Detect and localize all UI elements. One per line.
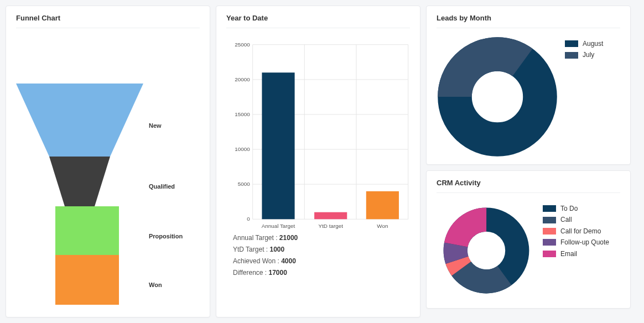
bar-annual-target <box>262 72 294 219</box>
leads-legend: August July <box>565 36 603 61</box>
svg-text:Annual Target: Annual Target <box>262 223 295 229</box>
crm-title: CRM Activity <box>437 179 620 193</box>
svg-text:15000: 15000 <box>235 111 250 117</box>
leads-donut-svg <box>437 36 558 158</box>
svg-text:10000: 10000 <box>235 146 250 152</box>
funnel-svg <box>16 34 143 305</box>
leads-card: Leads by Month August <box>426 6 631 165</box>
funnel-chart: New Qualified Proposition Won <box>16 34 200 299</box>
ytd-title: Year to Date <box>226 14 410 28</box>
leads-title: Leads by Month <box>437 14 620 28</box>
legend-followup: Follow-up Quote <box>543 237 609 248</box>
crm-legend: To Do Call Call for Demo Follow-up Quote <box>543 201 609 259</box>
funnel-segment-new <box>16 84 143 157</box>
funnel-card: Funnel Chart New Qualified Proposition W… <box>6 6 210 317</box>
swatch-followup-icon <box>543 239 556 246</box>
legend-call: Call <box>543 214 609 225</box>
funnel-segment-qualified <box>49 157 110 206</box>
funnel-label-won: Won <box>149 282 162 288</box>
svg-text:Won: Won <box>377 223 388 229</box>
swatch-call-icon <box>543 217 556 223</box>
stat-difference: Difference : 17000 <box>233 267 410 279</box>
legend-july: July <box>565 49 603 60</box>
stat-ytd-target: YtD Target : 1000 <box>233 244 410 256</box>
ytd-stats: Annual Target : 21000 YtD Target : 1000 … <box>226 230 410 279</box>
svg-text:YtD target: YtD target <box>318 223 343 229</box>
svg-text:25000: 25000 <box>235 41 250 48</box>
swatch-august-icon <box>565 40 578 47</box>
legend-demo: Call for Demo <box>543 226 609 237</box>
swatch-email-icon <box>543 251 556 257</box>
svg-text:5000: 5000 <box>238 181 250 187</box>
bar-won <box>366 191 399 219</box>
swatch-demo-icon <box>543 228 556 235</box>
ytd-bar-chart: 0 5000 10000 15000 20000 25000 <box>226 34 410 230</box>
funnel-label-proposition: Proposition <box>149 233 183 239</box>
funnel-segment-won <box>55 255 119 305</box>
funnel-label-qualified: Qualified <box>149 183 175 190</box>
stat-annual-target: Annual Target : 21000 <box>233 232 410 244</box>
crm-donut-chart: To Do Call Call for Demo Follow-up Quote <box>437 199 620 300</box>
funnel-label-new: New <box>149 122 162 129</box>
swatch-july-icon <box>565 52 578 59</box>
legend-email: Email <box>543 248 609 259</box>
ytd-bar-svg: 0 5000 10000 15000 20000 25000 <box>226 34 410 230</box>
leads-donut-chart: August July <box>437 34 620 158</box>
ytd-card: Year to Date <box>216 6 420 317</box>
legend-august: August <box>565 38 603 49</box>
crm-card: CRM Activity <box>426 170 631 309</box>
stat-achieved: Achieved Won : 4000 <box>233 256 410 267</box>
funnel-title: Funnel Chart <box>16 14 200 28</box>
crm-donut-svg <box>437 201 536 300</box>
legend-todo: To Do <box>543 203 609 214</box>
swatch-todo-icon <box>543 205 556 212</box>
svg-text:0: 0 <box>247 216 250 222</box>
svg-text:20000: 20000 <box>235 76 250 82</box>
bar-ytd-target <box>314 212 347 220</box>
funnel-segment-proposition <box>55 206 119 255</box>
